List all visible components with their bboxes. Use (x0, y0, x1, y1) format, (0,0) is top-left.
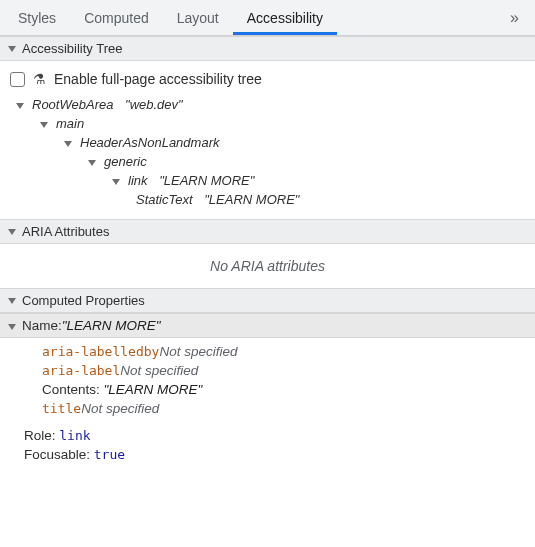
a11y-tree: RootWebArea "web.dev" main HeaderAsNonLa… (0, 95, 535, 209)
flask-icon: ⚗ (33, 71, 46, 87)
a11y-tree-panel: ⚗ Enable full-page accessibility tree Ro… (0, 61, 535, 219)
section-title: Accessibility Tree (22, 41, 122, 56)
computed-name-sources: aria-labelledbyNot specified aria-labelN… (0, 338, 535, 426)
prop-aria-label: aria-labelNot specified (42, 361, 525, 380)
chevron-down-icon (112, 179, 120, 185)
tab-styles[interactable]: Styles (4, 0, 70, 35)
computed-focusable-row: Focusable: true (0, 445, 535, 464)
computed-role-row: Role: link (0, 426, 535, 445)
chevron-down-icon (8, 229, 16, 235)
prop-aria-labelledby: aria-labelledbyNot specified (42, 342, 525, 361)
tree-node-generic[interactable]: generic (10, 152, 525, 171)
computed-name-label: Name: (22, 318, 62, 333)
chevron-down-icon (64, 141, 72, 147)
aria-empty-message: No ARIA attributes (0, 244, 535, 288)
tree-node-rootwebarea[interactable]: RootWebArea "web.dev" (10, 95, 525, 114)
enable-fullpage-row[interactable]: ⚗ Enable full-page accessibility tree (0, 67, 535, 95)
section-title: ARIA Attributes (22, 224, 109, 239)
enable-fullpage-label: Enable full-page accessibility tree (54, 71, 262, 87)
tab-layout[interactable]: Layout (163, 0, 233, 35)
chevron-down-icon (8, 324, 16, 330)
tree-node-main[interactable]: main (10, 114, 525, 133)
enable-fullpage-checkbox[interactable] (10, 72, 25, 87)
tab-computed[interactable]: Computed (70, 0, 163, 35)
chevron-down-icon (16, 103, 24, 109)
section-header-computed[interactable]: Computed Properties (0, 288, 535, 313)
prop-contents: Contents: "LEARN MORE" (42, 380, 525, 399)
chevron-down-icon (40, 122, 48, 128)
computed-name-value: "LEARN MORE" (62, 318, 161, 333)
section-header-a11y-tree[interactable]: Accessibility Tree (0, 36, 535, 61)
computed-name-row[interactable]: Name: "LEARN MORE" (0, 313, 535, 338)
tab-overflow-button[interactable]: » (498, 9, 531, 27)
chevron-down-icon (88, 160, 96, 166)
tab-accessibility[interactable]: Accessibility (233, 0, 337, 35)
tree-node-header[interactable]: HeaderAsNonLandmark (10, 133, 525, 152)
chevron-down-icon (8, 46, 16, 52)
prop-title: titleNot specified (42, 399, 525, 418)
tree-node-link[interactable]: link "LEARN MORE" (10, 171, 525, 190)
section-title: Computed Properties (22, 293, 145, 308)
chevron-down-icon (8, 298, 16, 304)
devtools-tabbar: Styles Computed Layout Accessibility » (0, 0, 535, 36)
section-header-aria[interactable]: ARIA Attributes (0, 219, 535, 244)
tree-node-statictext[interactable]: StaticText "LEARN MORE" (10, 190, 525, 209)
